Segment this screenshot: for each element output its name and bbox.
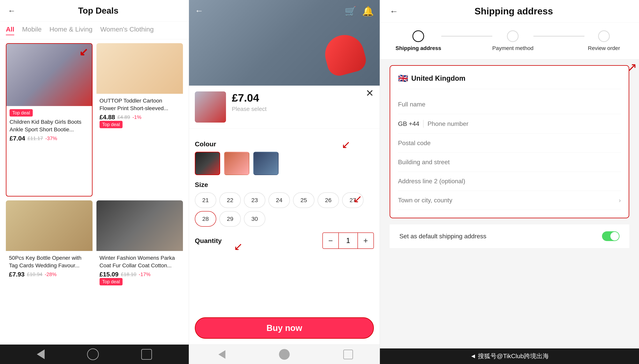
nav-home-icon[interactable] bbox=[279, 349, 290, 360]
quantity-increase-button[interactable]: + bbox=[358, 233, 373, 248]
deals-header: ← Top Deals bbox=[0, 0, 189, 22]
step-review-circle bbox=[598, 30, 610, 42]
toggle-knob bbox=[610, 232, 619, 240]
product-title-boots: Children Kid Baby Girls Boots Ankle Spor… bbox=[10, 118, 89, 133]
colour-swatches bbox=[195, 152, 374, 175]
product-image-boots: ↙ bbox=[7, 44, 92, 106]
quantity-decrease-button[interactable]: − bbox=[323, 233, 338, 248]
buy-now-button[interactable]: Buy now bbox=[195, 317, 374, 339]
nav-back-button[interactable] bbox=[37, 350, 45, 359]
nav-recents-button[interactable] bbox=[141, 349, 152, 360]
product-price: £7.04 bbox=[232, 92, 374, 104]
size-30[interactable]: 30 bbox=[244, 211, 265, 227]
default-address-label: Set as default shipping address bbox=[399, 233, 487, 240]
product-info-coat: Winter Fashion Womens Parka Coat Fur Col… bbox=[96, 251, 183, 290]
watermark-bar: ◄ 搜狐号@TikClub跨境出海 bbox=[380, 348, 639, 364]
product-card-tags[interactable]: 50Pcs Key Bottle Opener with Tag Cards W… bbox=[6, 200, 93, 341]
step-payment-circle bbox=[507, 30, 519, 42]
town-city-input[interactable] bbox=[398, 197, 619, 204]
phone-divider bbox=[423, 120, 423, 128]
size-section: ↙ Size 21 22 23 24 25 26 27 28 29 30 bbox=[195, 181, 374, 227]
step-shipping-circle bbox=[412, 30, 424, 42]
price-discount-flower: -1% bbox=[132, 114, 141, 120]
price-old-coat: £18.10 bbox=[121, 272, 136, 278]
size-21[interactable]: 21 bbox=[195, 192, 216, 208]
fullname-field[interactable] bbox=[398, 95, 621, 114]
product-image-flower bbox=[96, 43, 183, 94]
product-card-boots[interactable]: ↙ Top deal Children Kid Baby Girls Boots… bbox=[6, 43, 93, 196]
phone-row[interactable]: GB +44 bbox=[398, 114, 621, 134]
size-23[interactable]: 23 bbox=[244, 192, 265, 208]
price-main-coat: £15.09 bbox=[100, 271, 119, 278]
tab-mobile[interactable]: Mobile bbox=[22, 26, 42, 35]
product-hero-image: ← 🛒 🔔 bbox=[189, 0, 380, 86]
product-image-coat bbox=[96, 200, 183, 251]
tab-womens-clothing[interactable]: Women's Clothing bbox=[100, 26, 154, 35]
building-street-input[interactable] bbox=[398, 158, 621, 166]
nav-back-icon[interactable] bbox=[216, 350, 226, 359]
fullname-input[interactable] bbox=[398, 101, 621, 108]
phone-input[interactable] bbox=[428, 120, 621, 128]
nav-recents-icon[interactable] bbox=[343, 350, 353, 359]
address2-input[interactable] bbox=[398, 178, 621, 185]
top-deal-badge: Top deal bbox=[10, 109, 33, 116]
cart-icon[interactable]: 🛒 bbox=[345, 6, 356, 17]
size-24[interactable]: 24 bbox=[269, 192, 290, 208]
hero-back-button[interactable]: ← bbox=[195, 6, 203, 16]
deals-panel: ← Top Deals All Mobile Home & Living Wom… bbox=[0, 0, 189, 364]
building-street-field[interactable] bbox=[398, 153, 621, 172]
colour-swatch-1[interactable] bbox=[195, 152, 220, 175]
close-button[interactable]: ✕ bbox=[366, 88, 374, 99]
colour-swatch-2[interactable] bbox=[224, 152, 249, 175]
product-card-flower[interactable]: OUTTOP Toddler Cartoon Flower Print Shor… bbox=[96, 43, 183, 196]
shipping-form: ↙ 🇬🇧 United Kingdom GB +44 bbox=[380, 59, 639, 348]
country-name: United Kingdom bbox=[411, 74, 465, 82]
country-row[interactable]: 🇬🇧 United Kingdom bbox=[398, 74, 621, 89]
town-city-row[interactable]: › bbox=[398, 191, 621, 210]
size-29[interactable]: 29 bbox=[219, 211, 241, 227]
default-address-toggle[interactable] bbox=[602, 231, 619, 241]
step-review-label: Review order bbox=[588, 45, 620, 51]
product-summary-info: £7.04 Please select bbox=[232, 92, 374, 112]
deals-back-button[interactable]: ← bbox=[8, 6, 16, 15]
price-row-boots: £7.04 £11.17 -37% bbox=[10, 135, 89, 142]
size-label: Size bbox=[195, 181, 374, 188]
hero-nav: ← bbox=[195, 6, 203, 16]
size-28[interactable]: 28 bbox=[195, 211, 216, 227]
size-22[interactable]: 22 bbox=[219, 192, 241, 208]
step-connector-2 bbox=[533, 36, 584, 36]
size-26[interactable]: 26 bbox=[318, 192, 339, 208]
deals-tabs: All Mobile Home & Living Women's Clothin… bbox=[0, 22, 189, 39]
postal-code-input[interactable] bbox=[398, 140, 621, 147]
colour-swatch-3[interactable] bbox=[253, 152, 279, 175]
default-address-row[interactable]: Set as default shipping address bbox=[390, 224, 629, 248]
shipping-back-button[interactable]: ← bbox=[390, 6, 398, 16]
price-row-flower: £4.88 £4.89 -1% bbox=[100, 114, 180, 121]
hero-product-visual bbox=[321, 31, 369, 78]
price-old-tags: £10.94 bbox=[27, 272, 43, 278]
step-shipping-label: Shipping address bbox=[395, 45, 441, 51]
nav-home-button[interactable] bbox=[87, 348, 99, 360]
product-summary: £7.04 Please select bbox=[189, 86, 380, 128]
notification-icon[interactable]: 🔔 bbox=[362, 6, 374, 17]
form-wrapper: ↙ 🇬🇧 United Kingdom GB +44 bbox=[390, 65, 629, 218]
step-review: Review order bbox=[584, 30, 623, 51]
product-info-boots: Top deal Children Kid Baby Girls Boots A… bbox=[7, 106, 92, 145]
product-detail-panel: ← 🛒 🔔 ✕ £7.04 Please select ↙ Colour bbox=[189, 0, 380, 364]
tab-home-living[interactable]: Home & Living bbox=[50, 26, 93, 35]
price-row-coat: £15.09 £18.10 -17% bbox=[100, 271, 180, 278]
size-25[interactable]: 25 bbox=[293, 192, 314, 208]
price-discount-coat: -17% bbox=[139, 272, 151, 278]
steps-bar: Shipping address Payment method Review o… bbox=[380, 22, 639, 59]
tab-all[interactable]: All bbox=[6, 26, 14, 35]
postal-code-field[interactable] bbox=[398, 134, 621, 153]
product-card-coat[interactable]: Winter Fashion Womens Parka Coat Fur Col… bbox=[96, 200, 183, 341]
bottom-navigation bbox=[0, 344, 189, 364]
products-grid: ↙ Top deal Children Kid Baby Girls Boots… bbox=[0, 39, 189, 344]
quantity-control: − 1 + bbox=[322, 232, 374, 249]
product-title-tags: 50Pcs Key Bottle Opener with Tag Cards W… bbox=[9, 254, 89, 269]
deals-title: Top Deals bbox=[16, 6, 181, 16]
chevron-right-icon: › bbox=[619, 197, 621, 204]
address2-field[interactable] bbox=[398, 172, 621, 191]
quantity-row: Quantity − 1 + bbox=[195, 232, 374, 249]
